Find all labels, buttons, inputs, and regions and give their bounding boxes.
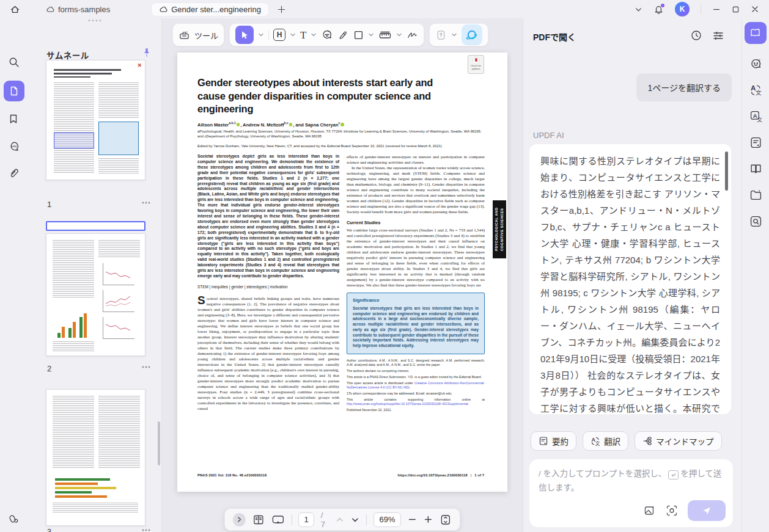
toolbox-icon (178, 29, 190, 41)
maximize-button[interactable] (732, 5, 740, 13)
chevron-down-icon[interactable] (396, 32, 402, 38)
paper-footer: PNAS 2021 Vol. 118 No. 48 e2100030118 ht… (197, 473, 484, 477)
translate-icon: A文 (591, 436, 600, 446)
notifications-bell-icon[interactable] (653, 4, 664, 15)
ai-chat-response[interactable]: 興味に関する性別ステレオタイプは早期に始まり、コンピュータサイエンスと工学におけ… (529, 144, 731, 414)
ai-chat-tool[interactable] (749, 57, 762, 70)
chevron-down-icon[interactable] (290, 32, 296, 38)
chat-input[interactable]: / を入力してプロンプトを選択し、を押して送信します。 (539, 467, 724, 495)
updf-ai-button[interactable] (462, 24, 482, 45)
avatar[interactable]: K (675, 2, 690, 16)
stamp-tool-button[interactable] (435, 29, 447, 41)
pin-icon[interactable] (142, 48, 152, 57)
translate-chip[interactable]: A文 翻訳 (583, 431, 628, 451)
check-for-updates-badge[interactable]: Check for updates (468, 55, 484, 74)
left-sidebar-rail (0, 18, 28, 532)
fit-page-button[interactable] (440, 514, 452, 526)
close-button[interactable] (751, 5, 759, 13)
tab-forms-samples[interactable]: forms-samples (39, 3, 117, 16)
ai-file-tool[interactable] (749, 189, 762, 202)
search-icon[interactable] (8, 56, 20, 68)
enter-key-icon (668, 470, 679, 479)
color-palette-icon[interactable] (8, 512, 20, 525)
tools-button[interactable]: ツール (172, 23, 224, 46)
translate-text-tool[interactable]: A文 (749, 84, 762, 97)
paper-doi-link[interactable]: https://doi.org/10.1073/pnas.2100030118 (398, 473, 468, 477)
rectangle-shape-tool-button[interactable] (353, 30, 364, 40)
chevron-down-icon[interactable] (311, 32, 317, 38)
screenshot-camera-icon[interactable] (666, 505, 678, 517)
zoom-in-button[interactable] (424, 515, 433, 524)
supplemental-link[interactable]: http://www.pnas.org/lookup/suppl/doi:10.… (347, 402, 469, 406)
previous-page-button[interactable] (336, 516, 344, 524)
divider (701, 4, 701, 14)
viewport-indicator[interactable] (46, 221, 145, 231)
current-studies-heading: Current Studies (347, 220, 485, 225)
settings-sliders-icon[interactable] (712, 29, 724, 42)
comment-tool-button[interactable] (321, 29, 333, 41)
panel-drag-handle[interactable] (89, 20, 101, 21)
orcid-icon (289, 123, 293, 126)
thumbnails-scrollbar[interactable] (158, 421, 160, 465)
mini-text-column (98, 82, 139, 119)
select-tool-button[interactable] (235, 26, 254, 44)
chevron-down-icon[interactable] (368, 32, 374, 38)
significance-body: Societal stereotypes that girls are less… (353, 306, 479, 349)
insert-image-icon[interactable] (644, 505, 656, 517)
sidebar-item-thumbnails[interactable] (4, 81, 24, 101)
summarize-chip[interactable]: 要約 (531, 431, 576, 451)
significance-title: Significance (353, 297, 479, 303)
mindmap-icon (642, 436, 652, 446)
ai-search-tool[interactable] (749, 215, 762, 228)
thumbnail-more-menu[interactable] (142, 366, 150, 368)
paper-page-indicator: 1 of 7 (474, 473, 484, 477)
page-number-input[interactable]: 1 (298, 512, 314, 527)
text-tool-button[interactable]: T (300, 30, 306, 40)
next-page-button[interactable] (351, 516, 359, 524)
chevron-down-icon[interactable] (451, 32, 457, 38)
sidebar-item-attachments[interactable] (8, 167, 20, 180)
cloud-icon (46, 5, 54, 13)
titlebar: forms-samples Gender ster...engineering … (0, 0, 769, 18)
presentation-mode-icon[interactable] (271, 514, 284, 526)
sidebar-item-bookmarks[interactable] (8, 114, 20, 126)
heading-tool-button[interactable]: H (273, 29, 285, 41)
ai-summary-tool[interactable] (749, 136, 762, 149)
collapse-bar-button[interactable] (233, 513, 246, 527)
new-tab-button[interactable] (277, 5, 286, 14)
chevron-down-icon[interactable] (258, 32, 264, 38)
mini-text-column (98, 396, 140, 469)
mindmap-chip[interactable]: マインドマップ (635, 431, 722, 451)
divider (268, 30, 269, 40)
home-icon[interactable] (10, 4, 20, 15)
paper-citation: PNAS 2021 Vol. 118 No. 48 e2100030118 (197, 473, 267, 477)
minimize-button[interactable] (712, 5, 721, 13)
stamp-ai-group (429, 23, 488, 46)
page-layout-icon[interactable] (252, 514, 264, 526)
tab-gender-stereotypes[interactable]: Gender ster...engineering (152, 3, 268, 16)
reader-book-tool[interactable] (749, 162, 762, 175)
send-button[interactable] (688, 500, 726, 521)
thumbnail-page-1[interactable]: ✕ (46, 60, 145, 180)
viewer-bottom-bar: 1 / 7 69% (224, 508, 460, 531)
cloud-icon (159, 5, 167, 13)
chevron-down-icon[interactable] (635, 5, 642, 13)
translate-page-tool[interactable]: A文 (749, 110, 762, 123)
thumbnail-page-2[interactable] (46, 233, 145, 356)
measure-tool-button[interactable] (378, 28, 392, 42)
signature-pen-tool-button[interactable] (407, 29, 418, 41)
divider (366, 514, 367, 525)
mini-title-line (54, 69, 121, 71)
divider (291, 514, 292, 525)
thumbnail-more-menu[interactable] (142, 529, 150, 531)
highlighter-tool-button[interactable] (337, 29, 349, 41)
sidebar-item-comments[interactable] (8, 140, 20, 153)
zoom-level-input[interactable]: 69% (373, 512, 401, 527)
ask-pdf-tool[interactable] (745, 22, 767, 44)
history-icon[interactable] (690, 29, 702, 42)
response-scrollbar[interactable] (725, 151, 728, 191)
thumbnail-page-3[interactable] (46, 389, 145, 526)
pdf-viewer: ツール H T (162, 18, 523, 532)
zoom-out-button[interactable] (408, 515, 417, 524)
thumbnail-more-menu[interactable] (142, 202, 150, 204)
